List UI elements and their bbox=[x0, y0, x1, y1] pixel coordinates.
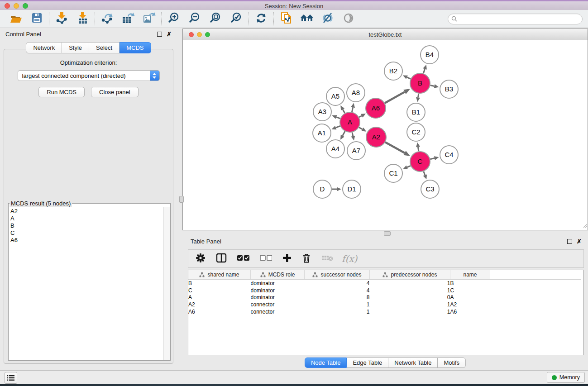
node-A6[interactable]: A6 bbox=[366, 98, 386, 118]
table-cell: connector bbox=[251, 308, 305, 315]
tab-style[interactable]: Style bbox=[62, 42, 89, 53]
node-A7[interactable]: A7 bbox=[347, 142, 365, 160]
column-header-predecessor-nodes[interactable]: predecessor nodes bbox=[370, 270, 450, 280]
column-header-name[interactable]: name bbox=[450, 270, 490, 280]
delete-column-icon[interactable] bbox=[302, 253, 311, 265]
result-scrollbar[interactable] bbox=[163, 207, 170, 360]
tab-motifs[interactable]: Motifs bbox=[438, 357, 466, 368]
export-table-button[interactable] bbox=[122, 12, 134, 26]
tab-select[interactable]: Select bbox=[89, 42, 120, 53]
node-C2[interactable]: C2 bbox=[407, 123, 425, 141]
show-graphics-button[interactable] bbox=[342, 12, 355, 26]
node-A[interactable]: A bbox=[340, 112, 360, 132]
tab-node-table[interactable]: Node Table bbox=[305, 357, 347, 368]
zoom-in-icon bbox=[168, 12, 180, 26]
table-row[interactable]: A2connector11A2 bbox=[188, 301, 581, 308]
add-column-icon[interactable] bbox=[282, 253, 292, 264]
import-table-button[interactable] bbox=[76, 12, 89, 26]
column-header-shared-name[interactable]: shared name bbox=[188, 270, 251, 280]
save-session-button[interactable] bbox=[30, 12, 43, 26]
node-A1[interactable]: A1 bbox=[313, 124, 331, 142]
node-C1[interactable]: C1 bbox=[384, 164, 402, 182]
duplicate-network-button[interactable] bbox=[280, 12, 292, 26]
table-row[interactable]: A6connector11A6 bbox=[188, 308, 581, 315]
node-A5[interactable]: A5 bbox=[326, 87, 344, 105]
zoom-out-icon bbox=[189, 12, 201, 26]
result-item[interactable]: A6 bbox=[10, 237, 164, 244]
node-A4[interactable]: A4 bbox=[326, 140, 344, 158]
result-item[interactable]: C bbox=[10, 229, 164, 237]
export-network-button[interactable] bbox=[101, 12, 114, 26]
memory-button[interactable]: Memory bbox=[547, 372, 585, 383]
import-network-button[interactable] bbox=[55, 12, 68, 26]
show-graphics-icon bbox=[343, 12, 354, 26]
node-B4[interactable]: B4 bbox=[421, 46, 439, 64]
criterion-select[interactable]: largest connected component (directed) bbox=[18, 70, 160, 81]
deselect-all-icon[interactable] bbox=[260, 255, 272, 263]
close-panel-icon[interactable]: ✗ bbox=[167, 32, 172, 36]
search-field[interactable] bbox=[448, 14, 583, 24]
hide-vizmapper-icon bbox=[322, 12, 334, 26]
result-item[interactable]: A2 bbox=[10, 208, 164, 215]
duplicate-network-icon bbox=[280, 11, 292, 26]
column-header-MCDS-role[interactable]: MCDS role bbox=[251, 270, 305, 280]
table-row[interactable]: Bdominator41B bbox=[188, 280, 581, 287]
select-all-icon[interactable] bbox=[237, 255, 249, 263]
zoom-fit-button[interactable] bbox=[209, 12, 222, 26]
zoom-in-button[interactable] bbox=[167, 12, 180, 26]
table-cell-filler bbox=[490, 287, 581, 294]
node-D[interactable]: D bbox=[313, 180, 331, 198]
hide-vizmapper-button[interactable] bbox=[321, 12, 334, 26]
result-item[interactable]: A bbox=[10, 215, 164, 222]
node-B[interactable]: B bbox=[410, 73, 430, 93]
zoom-selected-button[interactable] bbox=[230, 12, 243, 26]
column-header-successor-nodes[interactable]: successor nodes bbox=[305, 270, 370, 280]
node-D1[interactable]: D1 bbox=[343, 180, 361, 198]
table-cell: A6 bbox=[450, 308, 490, 315]
result-item[interactable]: B bbox=[10, 222, 164, 229]
tab-network-table[interactable]: Network Table bbox=[388, 357, 438, 368]
table-row[interactable]: Adominator80A bbox=[188, 294, 581, 301]
table-row[interactable]: Cdominator41C bbox=[188, 287, 581, 294]
search-input[interactable] bbox=[457, 15, 582, 23]
node-C3[interactable]: C3 bbox=[421, 180, 439, 198]
tab-edge-table[interactable]: Edge Table bbox=[347, 357, 388, 368]
node-table[interactable]: shared nameMCDS rolesuccessor nodesprede… bbox=[188, 270, 584, 355]
float-panel-icon[interactable] bbox=[157, 32, 162, 37]
close-table-panel-icon[interactable]: ✗ bbox=[577, 239, 582, 243]
zoom-out-button[interactable] bbox=[188, 12, 201, 26]
mcds-result-list[interactable]: A2ABCA6 bbox=[9, 207, 164, 360]
network-canvas[interactable]: B4B2BB3A8A5A6A3B1AA1C2A2A4A7C4CC1C3DD1 bbox=[183, 40, 588, 230]
node-B1[interactable]: B1 bbox=[407, 103, 425, 121]
float-table-panel-icon[interactable] bbox=[567, 239, 572, 244]
node-A3[interactable]: A3 bbox=[313, 103, 331, 121]
column-visibility-icon[interactable] bbox=[216, 253, 227, 265]
table-cell: 1 bbox=[370, 280, 450, 287]
tab-mcds[interactable]: MCDS bbox=[120, 42, 151, 53]
delete-table-icon[interactable] bbox=[321, 254, 333, 263]
node-A2[interactable]: A2 bbox=[366, 127, 386, 147]
task-history-button[interactable] bbox=[5, 372, 17, 384]
refresh-layout-button[interactable] bbox=[255, 12, 268, 26]
table-cell-filler bbox=[490, 294, 581, 301]
node-B2[interactable]: B2 bbox=[384, 62, 402, 80]
node-C[interactable]: C bbox=[410, 152, 430, 172]
export-image-button[interactable] bbox=[143, 12, 155, 26]
node-A8[interactable]: A8 bbox=[347, 84, 365, 102]
table-cell: A6 bbox=[188, 308, 251, 315]
tab-network[interactable]: Network bbox=[26, 42, 62, 53]
settings-gear-icon[interactable] bbox=[196, 253, 206, 265]
home-button[interactable] bbox=[301, 12, 313, 26]
zoom-fit-icon bbox=[210, 12, 221, 26]
run-mcds-button[interactable]: Run MCDS bbox=[38, 87, 85, 97]
open-session-button[interactable] bbox=[10, 12, 22, 26]
function-builder-icon[interactable]: f(x) bbox=[342, 253, 357, 264]
network-window-titlebar[interactable]: testGlobe.txt bbox=[183, 29, 588, 41]
node-C4[interactable]: C4 bbox=[440, 146, 458, 164]
status-bar: Memory bbox=[0, 370, 588, 384]
close-panel-button[interactable]: Close panel bbox=[91, 87, 139, 97]
table-cell: 1 bbox=[370, 308, 450, 315]
node-B3[interactable]: B3 bbox=[440, 80, 458, 98]
resize-grip-icon[interactable] bbox=[582, 221, 587, 229]
vertical-splitter-handle[interactable] bbox=[179, 196, 184, 203]
